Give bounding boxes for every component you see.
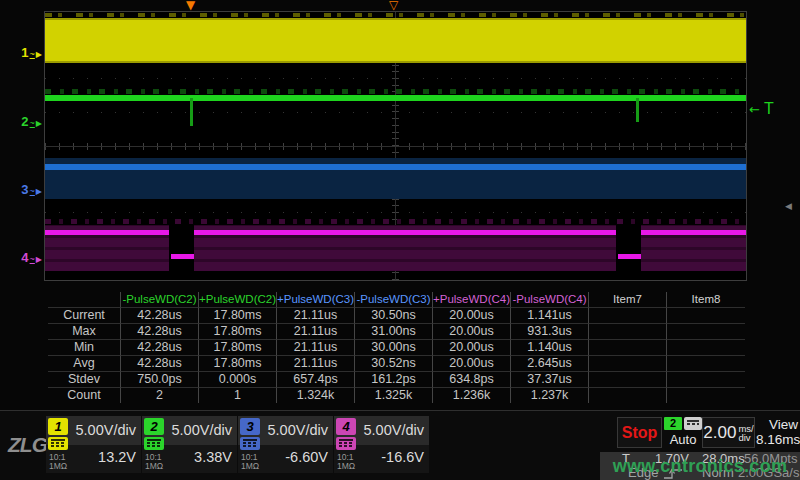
measurement-value-cell <box>589 388 667 403</box>
vertical-offset[interactable]: 13.2V <box>98 449 136 465</box>
probe-info: 10:11MΩ <box>49 453 67 471</box>
measurement-value-cell <box>667 356 745 372</box>
dc-coupling-icon[interactable] <box>240 437 260 450</box>
view-label: View <box>769 417 798 432</box>
ch4-pulse-gap <box>169 225 194 271</box>
channel-4-badge[interactable]: 4 <box>336 418 356 435</box>
measurement-value-cell: 20.00us <box>433 308 511 324</box>
measurement-column-header[interactable]: -PulseWD(C2) <box>121 292 199 308</box>
trigger-coupling-icon[interactable] <box>684 417 702 430</box>
arrow-right-icon: ▶ <box>36 119 42 128</box>
channel-2-badge[interactable]: 2 <box>144 418 164 435</box>
input-impedance: 1MΩ <box>337 462 355 471</box>
measurement-row: Min42.28us17.80ms21.11us30.00ns20.00us1.… <box>48 340 745 356</box>
measurement-value-cell: 657.4ps <box>277 372 355 388</box>
measurement-value-cell: 17.80ms <box>199 324 277 340</box>
waveform-display[interactable] <box>44 11 747 281</box>
measurement-value-cell: 31.00ns <box>355 324 433 340</box>
timebase-value: 2.00 <box>703 423 736 443</box>
measurement-value-cell <box>667 340 745 356</box>
channel-4-settings[interactable]: 410:11MΩ5.00V/div-16.6V <box>334 416 429 473</box>
ch4-pulse-low <box>618 254 641 259</box>
ch2-pulse <box>190 98 193 126</box>
trigger-level-marker[interactable]: ← T <box>749 100 774 119</box>
channel-3-badge[interactable]: 3 <box>240 418 260 435</box>
ch4-noise <box>45 219 746 224</box>
measurement-column-header[interactable]: +PulseWD(C4) <box>433 292 511 308</box>
vertical-offset[interactable]: -16.6V <box>381 449 424 465</box>
channel-2-offset-marker[interactable]: 2~▶ <box>14 114 42 131</box>
ch3-trace <box>45 164 746 170</box>
measurement-row-label: Current <box>48 308 121 324</box>
probe-info: 10:11MΩ <box>145 453 163 471</box>
measurement-value-cell: 2 <box>121 388 199 403</box>
measurement-column-header[interactable]: +PulseWD(C2) <box>199 292 277 308</box>
left-arrow-icon: ← <box>749 102 760 117</box>
probe-info: 10:11MΩ <box>241 453 259 471</box>
view-span[interactable]: View 8.16ms <box>756 417 798 447</box>
dc-coupling-icon[interactable] <box>144 437 164 450</box>
timebase-control[interactable]: 2.00 ms/ div <box>702 417 755 448</box>
measurement-value-cell: 161.2ps <box>355 372 433 388</box>
measurement-row: Current42.28us17.80ms21.11us30.50ns20.00… <box>48 308 745 324</box>
input-impedance: 1MΩ <box>241 462 259 471</box>
channel-4-offset-marker[interactable]: 4~▶ <box>14 250 42 267</box>
measurement-value-cell: 20.00us <box>433 356 511 372</box>
ground-icon: ~ <box>30 186 35 196</box>
measurement-value-cell: 17.80ms <box>199 340 277 356</box>
ch4-pulse-low <box>171 254 194 259</box>
input-impedance: 1MΩ <box>49 462 67 471</box>
arrow-right-icon: ▶ <box>36 187 42 196</box>
measurement-value-cell: 1.324k <box>277 388 355 403</box>
measurement-value-cell: 1.140us <box>511 340 589 356</box>
measurement-row: Count211.324k1.325k1.236k1.237k <box>48 388 745 403</box>
measurement-value-cell <box>589 372 667 388</box>
measurement-row: Max42.28us17.80ms21.11us31.00ns20.00us93… <box>48 324 745 340</box>
measurement-value-cell: 21.11us <box>277 340 355 356</box>
vertical-offset[interactable]: -6.60V <box>285 449 328 465</box>
measurement-value-cell <box>589 356 667 372</box>
ch4-pulse-gap <box>616 225 641 271</box>
input-impedance: 1MΩ <box>145 462 163 471</box>
measurement-value-cell: 1.325k <box>355 388 433 403</box>
measurement-value-cell: 1.141us <box>511 308 589 324</box>
measurement-column-header[interactable]: Item8 <box>667 292 745 308</box>
measurement-value-cell: 20.00us <box>433 324 511 340</box>
channel-1-badge[interactable]: 1 <box>48 418 68 435</box>
ground-icon: ~ <box>30 118 35 128</box>
measurement-value-cell: 931.3us <box>511 324 589 340</box>
trigger-delay-marker-icon[interactable]: ▼ <box>186 0 195 11</box>
vertical-scale[interactable]: 5.00V/div <box>364 422 424 438</box>
measurement-value-cell: 17.80ms <box>199 308 277 324</box>
measurement-value-cell <box>589 340 667 356</box>
measurement-value-cell: 21.11us <box>277 356 355 372</box>
measurement-value-cell: 30.50ns <box>355 308 433 324</box>
ch2-noise <box>45 89 746 94</box>
channel-1-offset-marker[interactable]: 1~▶ <box>14 45 42 62</box>
ch2-pulse <box>636 98 639 122</box>
channel-3-settings[interactable]: 310:11MΩ5.00V/div-6.60V <box>238 416 333 473</box>
vertical-offset[interactable]: 3.38V <box>194 449 232 465</box>
oscilloscope-screen: ▼ ▽ 1~▶2~▶3~▶4~▶ ← T ◀ -Pul <box>0 0 800 480</box>
dc-coupling-icon[interactable] <box>48 437 68 450</box>
measurement-column-header[interactable]: +PulseWD(C3) <box>277 292 355 308</box>
measurement-column-header[interactable]: -PulseWD(C3) <box>355 292 433 308</box>
arrow-right-icon: ▶ <box>36 50 42 59</box>
ch2-trace <box>45 95 746 101</box>
vertical-scale[interactable]: 5.00V/div <box>172 422 232 438</box>
channel-2-settings[interactable]: 210:11MΩ5.00V/div3.38V <box>142 416 237 473</box>
measurement-value-cell: 42.28us <box>121 324 199 340</box>
measurement-column-header[interactable]: Item7 <box>589 292 667 308</box>
side-panel-handle-icon[interactable]: ◀ <box>785 201 792 211</box>
vertical-scale[interactable]: 5.00V/div <box>268 422 328 438</box>
measurement-column-header[interactable]: -PulseWD(C4) <box>511 292 589 308</box>
run-state-button[interactable]: Stop <box>617 417 662 448</box>
channel-3-offset-marker[interactable]: 3~▶ <box>14 182 42 199</box>
channel-1-settings[interactable]: 110:11MΩ5.00V/div13.2V <box>46 416 141 473</box>
trigger-source-badge[interactable]: 2 <box>664 417 682 430</box>
dc-coupling-icon[interactable] <box>336 437 356 450</box>
trigger-mode-label[interactable]: Auto <box>663 432 703 447</box>
trigger-position-marker-icon[interactable]: ▽ <box>389 0 398 11</box>
vertical-scale[interactable]: 5.00V/div <box>76 422 136 438</box>
trigger-source-cell[interactable]: 2 Auto <box>663 417 703 447</box>
